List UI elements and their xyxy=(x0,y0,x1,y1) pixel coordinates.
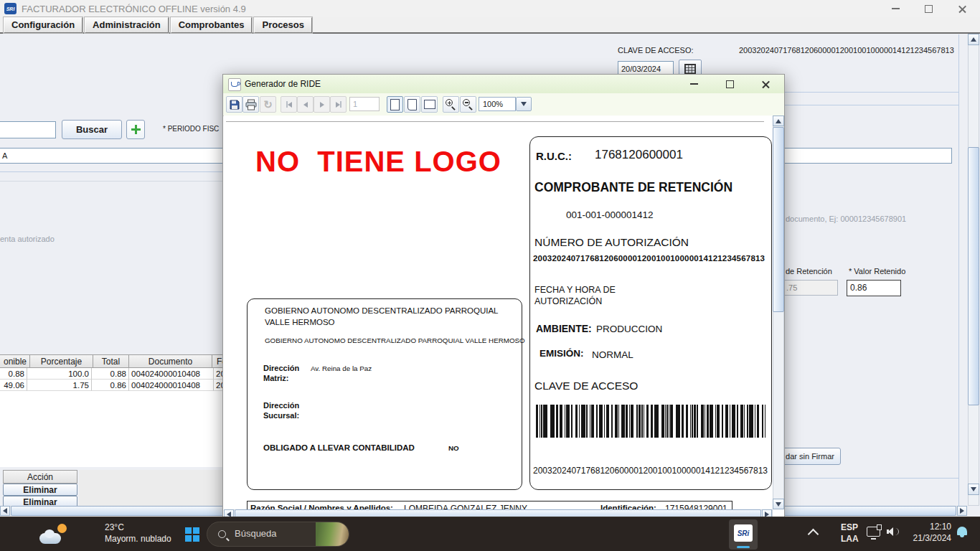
sri-app-logo: SRI xyxy=(4,3,17,14)
start-button[interactable] xyxy=(185,527,199,542)
tray-date[interactable]: 21/3/2024 xyxy=(906,533,951,543)
weather-desc[interactable]: Mayorm. nublado xyxy=(105,534,171,544)
contabilidad-label: OBLIGADO A LLEVAR CONTABILIDAD xyxy=(263,443,415,452)
cell-documento: 004024000010408 xyxy=(129,368,214,380)
accion-column-header[interactable]: Acción xyxy=(3,470,77,484)
razon-social-cliente-label: Razón Social / Nombres y Apellidos: xyxy=(250,504,393,509)
cell-documento: 004024000010408 xyxy=(129,380,214,391)
dialog-title: Generador de RIDE xyxy=(245,79,321,89)
emision-value: NORMAL xyxy=(592,349,633,360)
table-header-row: onible Porcentaje Total Documento Fe xyxy=(0,354,260,368)
dialog-close-icon xyxy=(762,80,770,88)
scroll-right-button[interactable] xyxy=(957,506,967,516)
eliminar-button[interactable]: Eliminar xyxy=(3,484,77,496)
weather-temp[interactable]: 23°C xyxy=(105,522,124,532)
weather-icon[interactable] xyxy=(39,523,72,546)
ride-company-box: GOBIERNO AUTONOMO DESCENTRALIZADO PARROQ… xyxy=(247,298,522,490)
panel-line xyxy=(958,34,959,506)
plus-icon xyxy=(131,125,141,134)
refresh-button[interactable]: ↻ xyxy=(260,96,276,113)
screen: SRI FACTURADOR ELECTRÓNICO OFFLINE versi… xyxy=(0,0,980,551)
fecha-autorizacion-label-1: FECHA Y HORA DE xyxy=(534,285,616,295)
menu-procesos[interactable]: Procesos xyxy=(254,17,312,33)
minimize-icon xyxy=(892,8,900,9)
menu-administracion[interactable]: Administración xyxy=(85,17,169,33)
sri-app-active-tile[interactable]: SRi xyxy=(729,519,758,550)
scroll-left-button[interactable] xyxy=(0,506,10,516)
col-header-total[interactable]: Total xyxy=(93,354,129,368)
menu-configuracion[interactable]: Configuración xyxy=(4,17,83,33)
direccion-sucursal-label: Dirección Sucursal: xyxy=(263,400,309,421)
search-input[interactable] xyxy=(0,121,56,138)
print-button[interactable] xyxy=(242,96,259,113)
guardar-sin-firmar-button[interactable]: dar sin Firmar xyxy=(779,448,841,465)
tray-language-line1[interactable]: ESP xyxy=(841,522,858,532)
no-logo-text: NO TIENE LOGO xyxy=(255,146,501,178)
dialog-scroll-up-button[interactable] xyxy=(773,116,784,126)
zoom-dropdown-button[interactable] xyxy=(516,97,532,111)
zoom-level-input[interactable]: 100% xyxy=(479,97,516,111)
dialog-vscroll-thumb[interactable] xyxy=(773,127,784,312)
ride-cliente-box: Razón Social / Nombres y Apellidos: LOMB… xyxy=(247,501,732,509)
zoom-out-button[interactable] xyxy=(460,96,476,113)
cell-total: 0.88 xyxy=(92,368,129,380)
page-number-input[interactable]: 1 xyxy=(349,97,380,111)
table-row[interactable]: 0.88 100.0 0.88 004024000010408 20/03/2 xyxy=(0,368,258,380)
calendar-icon xyxy=(684,64,696,74)
refresh-icon: ↻ xyxy=(263,98,273,111)
fit-page-view-button[interactable] xyxy=(404,96,420,113)
dialog-titlebar[interactable]: Generador de RIDE xyxy=(223,75,784,94)
save-button[interactable] xyxy=(226,96,242,113)
col-header-porcentaje[interactable]: Porcentaje xyxy=(30,354,93,368)
page-edge xyxy=(226,121,764,122)
contabilidad-value: NO xyxy=(448,444,459,452)
barcode xyxy=(536,405,765,438)
dialog-maximize-button[interactable] xyxy=(722,78,738,90)
prev-page-button[interactable] xyxy=(297,96,314,113)
retencion-input[interactable]: .75 xyxy=(784,280,838,296)
tray-chevron-up-icon[interactable] xyxy=(808,529,819,540)
pdf-viewport[interactable]: NO TIENE LOGO R.U.C.: 1768120600001 COMP… xyxy=(224,116,773,509)
network-icon[interactable] xyxy=(867,527,880,537)
dialog-minimize-button[interactable] xyxy=(686,78,702,90)
valor-retenido-input[interactable]: 0.86 xyxy=(847,280,901,296)
window-title: FACTURADOR ELECTRÓNICO OFFLINE versión 4… xyxy=(22,4,246,14)
search-placeholder: Búsqueda xyxy=(235,528,277,539)
maximize-button[interactable] xyxy=(920,3,936,14)
table-row[interactable]: 49.06 1.75 0.86 004024000010408 20/03/2 xyxy=(0,380,258,391)
tray-language-line2[interactable]: LAA xyxy=(841,534,859,544)
dialog-scroll-down-button[interactable] xyxy=(773,499,784,509)
emision-label: EMISIÓN: xyxy=(540,348,584,359)
menu-comprobantes[interactable]: Comprobantes xyxy=(171,17,253,33)
chevron-down-icon xyxy=(521,102,527,106)
razon-social-cliente-value: LOMBEIDA GONZALEZ JENNY xyxy=(404,504,527,509)
search-icon xyxy=(218,530,226,538)
scroll-up-button[interactable] xyxy=(968,34,979,45)
col-header-documento[interactable]: Documento xyxy=(129,354,212,368)
accion-table-filler xyxy=(79,470,222,507)
scroll-down-button[interactable] xyxy=(968,484,979,495)
minimize-button[interactable] xyxy=(887,3,903,14)
fit-width-view-button[interactable] xyxy=(421,96,438,113)
last-page-button[interactable] xyxy=(330,96,347,113)
sri-taskbar-icon: SRi xyxy=(734,524,753,542)
tray-time[interactable]: 12:10 xyxy=(925,522,951,532)
vscroll-thumb[interactable] xyxy=(968,147,979,405)
menu-bar: Configuración Administración Comprobante… xyxy=(0,17,980,34)
zoom-in-button[interactable] xyxy=(443,96,459,113)
close-button[interactable] xyxy=(954,3,970,14)
notification-bell-icon[interactable] xyxy=(957,527,967,535)
search-icon-handle xyxy=(226,537,230,541)
buscar-button[interactable]: Buscar xyxy=(62,120,122,139)
single-page-view-button[interactable] xyxy=(387,96,403,113)
first-page-button[interactable] xyxy=(281,96,297,113)
add-button[interactable] xyxy=(126,120,145,139)
comprobante-numero: 001-001-000001412 xyxy=(566,209,654,220)
search-box[interactable]: Búsqueda xyxy=(207,522,349,547)
cell-porcentaje: 100.0 xyxy=(27,368,92,380)
next-page-button[interactable] xyxy=(314,96,330,113)
search-highlight-image xyxy=(316,522,349,546)
dialog-close-button[interactable] xyxy=(758,78,773,90)
ruc-label: R.U.C.: xyxy=(536,150,572,162)
col-header-disponible[interactable]: onible xyxy=(0,354,30,368)
